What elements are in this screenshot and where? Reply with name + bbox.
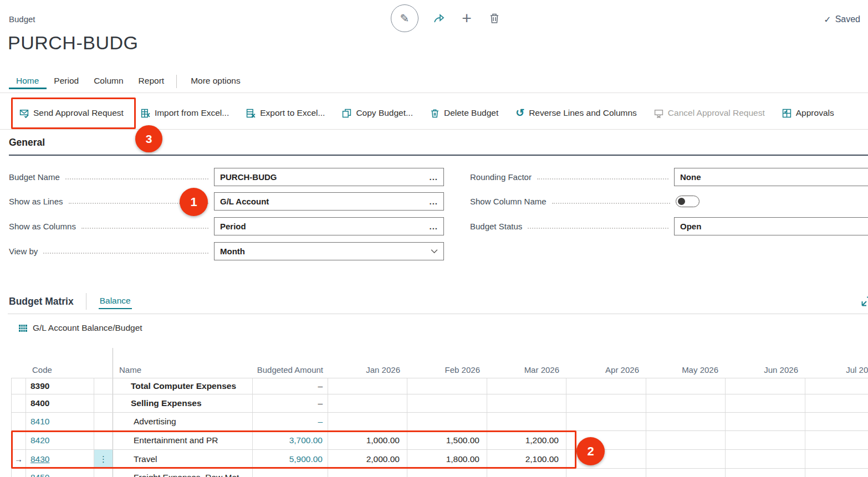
column-header-feb: Feb 2026 [407, 365, 487, 375]
budget-name-label: Budget Name [9, 172, 60, 182]
matrix-divider-line [8, 314, 868, 314]
rounding-factor-field[interactable]: None [674, 168, 868, 186]
table-row: 8420 Entertainment and PR 3,700.00 1,000… [11, 431, 868, 450]
show-as-lines-field[interactable]: G/L Account ... [214, 192, 444, 211]
toolbar-divider-line [0, 129, 868, 130]
toggle-knob [678, 198, 685, 205]
trash-icon [488, 12, 501, 24]
share-icon [432, 12, 446, 25]
tab-balance[interactable]: Balance [99, 296, 132, 309]
budgeted-amount-cell[interactable] [253, 469, 328, 477]
row-name: Travel [113, 450, 253, 468]
action-toolbar: Send Approval Request Import from Excel.… [19, 97, 834, 129]
budget-name-field[interactable]: PURCH-BUDG ... [214, 168, 444, 186]
budgeted-amount-cell: – [253, 394, 328, 412]
row-code-link[interactable]: 8420 [26, 431, 94, 449]
budget-status-label: Budget Status [470, 222, 522, 231]
send-approval-request-button[interactable]: Send Approval Request [19, 108, 124, 118]
assist-edit-icon[interactable]: ... [429, 172, 438, 182]
show-as-columns-field[interactable]: Period ... [214, 217, 444, 235]
column-header-code: Code [26, 365, 94, 375]
gl-account-balance-budget-button[interactable]: G/L Account Balance/Budget [18, 323, 142, 333]
column-header-jul: Jul 2026 [805, 365, 868, 375]
page-caption: Budget [9, 14, 35, 24]
column-header-apr: Apr 2026 [566, 365, 646, 375]
menu-tabs: Home Period Column Report More options [9, 75, 248, 90]
page-actions: ✎ + [391, 4, 502, 32]
view-by-select[interactable]: Month [214, 242, 444, 260]
table-header-row: Code Name Budgeted Amount Jan 2026 Feb 2… [11, 357, 868, 378]
approvals-icon [782, 109, 792, 118]
column-header-may: May 2026 [646, 365, 726, 375]
budgeted-amount-cell: – [253, 378, 328, 394]
delete-budget-icon [430, 109, 440, 118]
tab-divider [176, 75, 177, 88]
view-by-label: View by [9, 247, 38, 256]
import-excel-icon [141, 109, 150, 118]
copy-icon [342, 109, 351, 118]
focus-mode-button[interactable] [861, 296, 868, 309]
delete-budget-button[interactable]: Delete Budget [430, 108, 498, 118]
selected-row-arrow-icon: → [11, 450, 26, 468]
new-button[interactable]: + [459, 11, 474, 25]
edit-button[interactable]: ✎ [391, 4, 418, 32]
saved-label: Saved [835, 14, 860, 25]
rounding-factor-label: Rounding Factor [470, 172, 532, 182]
page-title: PURCH-BUDG [8, 32, 138, 54]
pencil-icon: ✎ [400, 12, 410, 25]
share-button[interactable] [432, 11, 446, 25]
more-options[interactable]: More options [183, 76, 248, 89]
table-row: 8410 Advertising – [11, 413, 868, 431]
approvals-button[interactable]: Approvals [782, 108, 834, 118]
column-header-budgeted-amount: Budgeted Amount [253, 365, 328, 375]
cancel-approval-request-button: Cancel Approval Request [654, 108, 765, 118]
dotted-leader [537, 178, 668, 179]
row-name: Entertainment and PR [113, 431, 253, 449]
column-header-jan: Jan 2026 [328, 365, 407, 375]
tab-period[interactable]: Period [47, 76, 86, 89]
dotted-leader [552, 203, 670, 204]
tab-report[interactable]: Report [131, 76, 172, 89]
row-name: Total Computer Expenses [113, 378, 253, 394]
assist-edit-icon[interactable]: ... [429, 222, 438, 231]
import-from-excel-button[interactable]: Import from Excel... [141, 108, 229, 118]
undo-icon: ↺ [515, 109, 524, 117]
assist-edit-icon[interactable]: ... [429, 197, 438, 206]
row-name: Selling Expenses [113, 394, 253, 412]
row-menu-icon[interactable]: ⋮ [94, 450, 113, 468]
budget-matrix-heading: Budget Matrix [9, 296, 74, 309]
export-excel-icon [246, 109, 256, 118]
table-row: 8450 Freight Expenses, Raw Mat [11, 469, 868, 477]
delete-button[interactable] [487, 11, 502, 25]
budgeted-amount-cell[interactable]: 3,700.00 [253, 431, 328, 449]
row-code-link[interactable]: 8430 [26, 450, 94, 468]
save-status: ✓ Saved [824, 14, 860, 25]
dotted-leader [43, 253, 208, 254]
show-as-columns-label: Show as Columns [9, 222, 76, 231]
focus-mode-icon [861, 296, 868, 307]
budgeted-amount-cell[interactable]: – [253, 413, 328, 430]
table-row: 8390 Total Computer Expenses – [11, 378, 868, 394]
chevron-down-icon[interactable] [431, 249, 438, 254]
send-approval-icon [19, 109, 29, 118]
reverse-lines-columns-button[interactable]: ↺ Reverse Lines and Columns [515, 108, 637, 118]
table-row-selected: → 8430 ⋮ Travel 5,900.00 2,000.00 1,800.… [11, 450, 868, 469]
budget-matrix-table: Code Name Budgeted Amount Jan 2026 Feb 2… [11, 357, 868, 477]
tab-home[interactable]: Home [9, 76, 47, 89]
dotted-leader [81, 228, 208, 229]
row-code-link[interactable]: 8450 [26, 469, 94, 477]
export-to-excel-button[interactable]: Export to Excel... [246, 108, 325, 118]
row-code-link[interactable]: 8410 [26, 413, 94, 430]
show-column-name-toggle[interactable] [676, 196, 699, 207]
general-section-heading[interactable]: General [9, 137, 45, 148]
tabs-divider-line [0, 93, 868, 93]
show-as-lines-label: Show as Lines [9, 197, 63, 206]
row-code: 8400 [26, 394, 94, 412]
show-column-name-label: Show Column Name [470, 197, 547, 206]
budget-status-field[interactable]: Open [674, 217, 868, 235]
row-name: Freight Expenses, Raw Mat [113, 469, 253, 477]
row-name: Advertising [113, 413, 253, 430]
copy-budget-button[interactable]: Copy Budget... [342, 108, 413, 118]
budgeted-amount-cell[interactable]: 5,900.00 [253, 450, 328, 468]
tab-column[interactable]: Column [86, 76, 131, 89]
